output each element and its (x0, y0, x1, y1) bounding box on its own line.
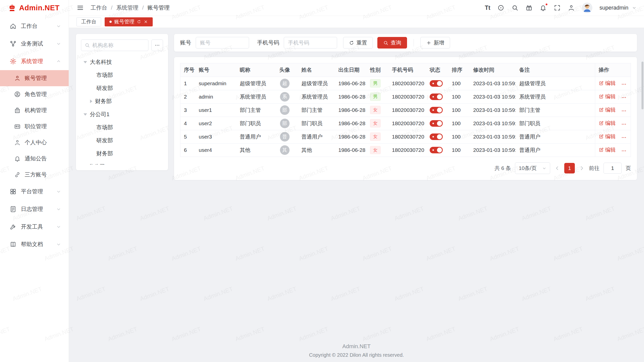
search-button[interactable]: 查询 (377, 37, 407, 49)
sidebar-item-6[interactable]: 帮助文档 (0, 236, 69, 253)
table-head: 序号账号昵称头像姓名出生日期性别手机号码状态排序修改时间备注操作 (180, 63, 631, 77)
search-icon[interactable] (511, 4, 518, 11)
prev-page-button[interactable] (554, 165, 560, 171)
fullscreen-icon[interactable] (554, 4, 561, 11)
row-more-button[interactable] (621, 108, 627, 114)
row-more-button[interactable] (621, 121, 627, 127)
org-search-input[interactable] (92, 42, 145, 48)
edit-button-label: 编辑 (605, 120, 616, 127)
notification-bell-icon[interactable] (540, 4, 547, 11)
tab-0[interactable]: 工作台 (76, 17, 101, 26)
add-button[interactable]: 新增 (420, 37, 450, 49)
tree-node-label: 财务部 (95, 98, 112, 105)
username[interactable]: superadmin (599, 5, 628, 11)
cell-status (426, 103, 448, 117)
edit-button[interactable]: 编辑 (599, 120, 616, 127)
refresh-icon (349, 40, 354, 46)
status-toggle[interactable] (430, 107, 443, 113)
sidebar-subitem-2-5[interactable]: 通知公告 (0, 151, 69, 167)
tree-node-label: 研发部 (96, 137, 113, 144)
tree-node-8[interactable]: 分公司2 (81, 160, 163, 165)
tree-node-4[interactable]: 分公司1 (81, 108, 163, 121)
tree-node-0[interactable]: 大名科技 (81, 56, 163, 69)
page-size-select[interactable]: 10条/页 (515, 162, 550, 174)
row-more-button[interactable] (621, 148, 627, 154)
card-icon (14, 123, 21, 130)
sidebar-subitem-label: 三方账号 (25, 171, 69, 178)
goto-label: 前往 (589, 165, 599, 172)
font-size-icon[interactable]: Tt (485, 4, 490, 11)
row-more-button[interactable] (621, 81, 627, 87)
status-toggle[interactable] (430, 94, 443, 100)
user-icon[interactable] (568, 4, 575, 11)
sidebar-item-1[interactable]: 业务测试 (0, 35, 69, 53)
tab-close-icon[interactable] (144, 20, 148, 24)
status-toggle[interactable] (430, 80, 443, 87)
cell-actions: 编辑 (595, 130, 631, 143)
cell-actions: 编辑 (595, 77, 631, 90)
top-header: 工作台/系统管理/账号管理 Tt superad (69, 0, 644, 16)
tree-node-6[interactable]: 研发部 (81, 134, 163, 147)
row-more-button[interactable] (621, 135, 627, 140)
scrollbar-thumb[interactable] (641, 62, 643, 109)
breadcrumb-item-1[interactable]: 系统管理 (116, 4, 138, 12)
edit-button[interactable]: 编辑 (599, 133, 616, 140)
cell-status (426, 90, 448, 103)
tree-node-7[interactable]: 财务部 (81, 147, 163, 160)
status-toggle[interactable] (430, 133, 443, 140)
cell-status (426, 130, 448, 143)
status-toggle[interactable] (430, 120, 443, 127)
menu-collapse-icon[interactable] (76, 4, 84, 12)
org-tree-panel: 大名科技 市场部 研发部 财务部 分公司1 市场部 研发部 财务部 (76, 34, 168, 170)
sidebar-subitem-2-2[interactable]: 机构管理 (0, 102, 69, 118)
tree-node-2[interactable]: 研发部 (81, 82, 163, 95)
page-number-button[interactable]: 1 (564, 163, 575, 173)
avatar: 系 (280, 92, 290, 102)
cell-index: 3 (180, 103, 195, 117)
sidebar-subitem-2-1[interactable]: 角色管理 (0, 86, 69, 102)
logo[interactable]: Admin.NET (0, 0, 69, 16)
sidebar-item-5[interactable]: 开发工具 (0, 218, 69, 236)
tree-node-3[interactable]: 财务部 (81, 95, 163, 108)
plus-icon (426, 40, 431, 46)
discover-icon[interactable] (497, 4, 504, 11)
next-page-button[interactable] (579, 165, 585, 171)
tab-1[interactable]: 账号管理 (105, 17, 153, 26)
reset-button[interactable]: 重置 (343, 37, 373, 49)
sidebar-subitem-2-0[interactable]: 账号管理 (0, 70, 69, 86)
chevron-down-icon (56, 189, 61, 194)
cell-nickname: 超级管理员 (236, 77, 271, 90)
cell-index: 2 (180, 90, 195, 103)
theme-icon[interactable] (526, 4, 533, 11)
sidebar-item-4[interactable]: 日志管理 (0, 200, 69, 218)
cell-sort: 100 (448, 117, 470, 130)
goto-page-input[interactable] (603, 163, 622, 174)
cell-name: 系统管理员 (298, 90, 335, 103)
sidebar-item-label: 系统管理 (21, 58, 56, 65)
edit-button[interactable]: 编辑 (599, 93, 616, 100)
cell-remark: 部门主管 (516, 103, 595, 117)
account-input[interactable] (196, 37, 249, 49)
sidebar-subitem-2-4[interactable]: 个人中心 (0, 134, 69, 151)
phone-input[interactable] (284, 37, 337, 49)
breadcrumb-item-2[interactable]: 账号管理 (147, 4, 170, 12)
status-toggle[interactable] (430, 147, 443, 153)
breadcrumb-item-0[interactable]: 工作台 (91, 4, 107, 12)
edit-button[interactable]: 编辑 (599, 80, 616, 87)
tree-node-1[interactable]: 市场部 (81, 69, 163, 82)
sidebar-item-3[interactable]: 平台管理 (0, 183, 69, 200)
sidebar-subitem-2-6[interactable]: 三方账号 (0, 167, 69, 183)
tree-more-button[interactable] (151, 39, 163, 51)
edit-icon (599, 107, 604, 112)
sidebar-subitem-2-3[interactable]: 职位管理 (0, 118, 69, 134)
person-icon (14, 139, 21, 146)
tree-node-5[interactable]: 市场部 (81, 121, 163, 134)
tab-refresh-icon[interactable] (137, 20, 141, 24)
user-avatar[interactable] (582, 3, 592, 13)
edit-button[interactable]: 编辑 (599, 106, 616, 113)
cell-modified: 2023-01-03 10:59:44 (470, 103, 516, 117)
sidebar-item-2[interactable]: 系统管理 (0, 53, 69, 70)
edit-button[interactable]: 编辑 (599, 146, 616, 153)
row-more-button[interactable] (621, 95, 627, 100)
sidebar-item-0[interactable]: 工作台 (0, 17, 69, 35)
